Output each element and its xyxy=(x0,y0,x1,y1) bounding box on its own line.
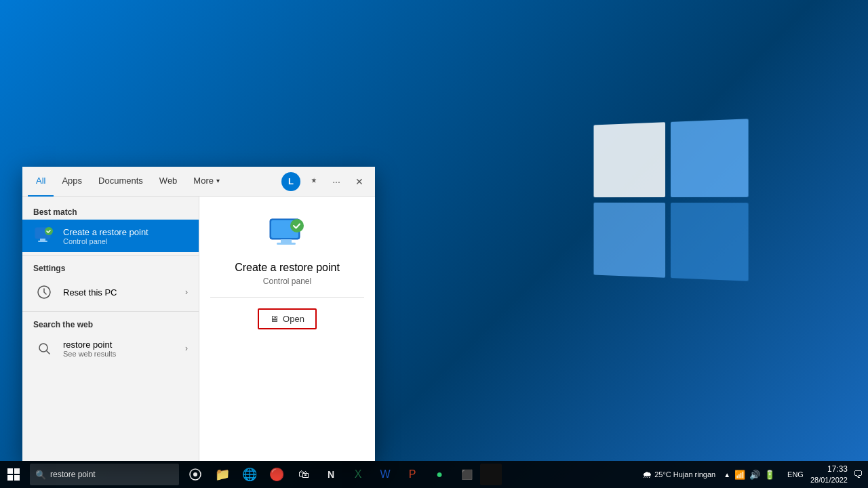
tab-apps[interactable]: Apps xyxy=(54,167,90,197)
open-label: Open xyxy=(283,314,304,324)
best-match-subtitle: Control panel xyxy=(63,237,188,245)
settings-label: Settings xyxy=(22,258,199,276)
tab-more[interactable]: More ▾ xyxy=(185,167,228,197)
app-big-icon xyxy=(267,213,308,253)
reset-pc-icon xyxy=(33,281,55,303)
divider-1 xyxy=(22,255,199,256)
open-button[interactable]: 🖥 Open xyxy=(258,308,317,329)
reset-pc-item[interactable]: Reset this PC › xyxy=(22,276,199,308)
tray-chevron[interactable]: ▲ xyxy=(724,471,730,479)
taskbar-edge[interactable]: 🌐 xyxy=(236,461,263,488)
svg-point-5 xyxy=(39,344,47,352)
taskbar-tray: 🌧 25°C Hujan ringan ▲ 📶 🔊 🔋 ENG 17:33 28… xyxy=(642,464,868,485)
reset-pc-arrow: › xyxy=(185,287,188,297)
restore-point-icon xyxy=(33,225,55,247)
web-result-subtitle: See web results xyxy=(63,350,177,358)
taskbar-store[interactable]: 🛍 xyxy=(290,461,317,488)
svg-rect-14 xyxy=(14,468,20,474)
win-tile-1 xyxy=(594,122,666,197)
right-panel: Create a restore point Control panel 🖥 O… xyxy=(199,197,375,461)
app-big-subtitle: Control panel xyxy=(263,277,311,286)
taskbar-search-input[interactable] xyxy=(50,470,159,479)
reset-pc-text: Reset this PC xyxy=(63,287,177,298)
taskbar-chrome[interactable]: 🔴 xyxy=(263,461,290,488)
tray-notification-icon[interactable]: 🗨 xyxy=(853,469,863,480)
best-match-title: Create a restore point xyxy=(63,227,188,237)
web-result-item[interactable]: restore point See web results › xyxy=(22,332,199,365)
tray-date: 28/01/2022 xyxy=(810,475,848,485)
svg-rect-2 xyxy=(38,241,47,242)
taskbar-terminal[interactable]: ⬛ xyxy=(453,461,480,488)
desktop: uplotify All Apps Documents Web More ▾ xyxy=(0,0,868,488)
svg-line-6 xyxy=(47,351,50,354)
web-result-title: restore point xyxy=(63,340,177,350)
win-tile-2 xyxy=(671,119,749,197)
web-result-arrow: › xyxy=(185,344,188,353)
left-panel: Best match Create a restore poin xyxy=(22,197,199,461)
start-menu: All Apps Documents Web More ▾ L xyxy=(22,167,375,461)
svg-rect-13 xyxy=(7,468,13,474)
divider-2 xyxy=(22,311,199,312)
svg-rect-16 xyxy=(14,475,20,481)
search-tabs: All Apps Documents Web More ▾ L xyxy=(22,167,375,197)
svg-rect-15 xyxy=(7,475,13,481)
win-tile-3 xyxy=(594,203,666,278)
best-match-item[interactable]: Create a restore point Control panel xyxy=(22,220,199,252)
web-result-text: restore point See web results xyxy=(63,340,177,358)
tray-network-icon[interactable]: 📶 xyxy=(734,470,745,480)
windows-logo xyxy=(590,122,746,278)
search-body: Best match Create a restore poin xyxy=(22,197,375,461)
best-match-label: Best match xyxy=(22,202,199,220)
tray-power-icon[interactable]: 🔋 xyxy=(764,470,775,480)
web-search-icon xyxy=(33,338,55,359)
taskbar-word[interactable]: W xyxy=(372,461,399,488)
pin-button[interactable] xyxy=(303,171,323,192)
tray-language[interactable]: ENG xyxy=(787,470,804,479)
tray-clock[interactable]: 17:33 28/01/2022 xyxy=(810,464,848,485)
tab-right-icons: L ··· ✕ xyxy=(281,171,370,192)
more-options-button[interactable]: ··· xyxy=(326,171,347,192)
start-button[interactable] xyxy=(0,461,27,488)
open-icon: 🖥 xyxy=(270,314,279,324)
task-view-button[interactable] xyxy=(182,461,209,488)
taskbar-excel[interactable]: X xyxy=(344,461,372,488)
tab-web[interactable]: Web xyxy=(151,167,186,197)
right-divider xyxy=(210,297,364,298)
tray-weather[interactable]: 🌧 25°C Hujan ringan xyxy=(642,469,715,480)
taskbar: 🔍 📁 🌐 🔴 🛍 N X W P ● ⬛ 🌧 25°C Hujan ringa… xyxy=(0,461,868,488)
best-match-text: Create a restore point Control panel xyxy=(63,227,188,245)
svg-point-18 xyxy=(193,472,197,476)
app-big-title: Create a restore point xyxy=(235,262,340,274)
search-web-label: Search the web xyxy=(22,314,199,332)
taskbar-search-bar[interactable]: 🔍 xyxy=(30,464,179,485)
tab-documents[interactable]: Documents xyxy=(90,167,151,197)
weather-text: 25°C Hujan ringan xyxy=(654,470,715,479)
svg-rect-10 xyxy=(277,243,296,245)
taskbar-green-app[interactable]: ● xyxy=(426,461,453,488)
tab-all[interactable]: All xyxy=(28,167,54,197)
close-button[interactable]: ✕ xyxy=(349,171,370,192)
taskbar-file-explorer[interactable]: 📁 xyxy=(209,461,236,488)
svg-point-12 xyxy=(290,219,304,232)
svg-rect-1 xyxy=(40,239,45,241)
tray-volume-icon[interactable]: 🔊 xyxy=(749,470,760,480)
taskbar-powerpoint[interactable]: P xyxy=(399,461,426,488)
tray-icons: ▲ 📶 🔊 🔋 xyxy=(724,470,775,480)
tray-time: 17:33 xyxy=(810,464,848,475)
reset-pc-title: Reset this PC xyxy=(63,287,177,298)
weather-icon: 🌧 xyxy=(642,469,652,480)
taskbar-nlss[interactable]: N xyxy=(317,461,344,488)
taskbar-black-icon[interactable] xyxy=(480,464,502,485)
taskbar-search-icon: 🔍 xyxy=(35,470,46,480)
win-tile-4 xyxy=(671,203,749,281)
user-avatar[interactable]: L xyxy=(281,172,300,191)
svg-rect-9 xyxy=(281,239,292,243)
